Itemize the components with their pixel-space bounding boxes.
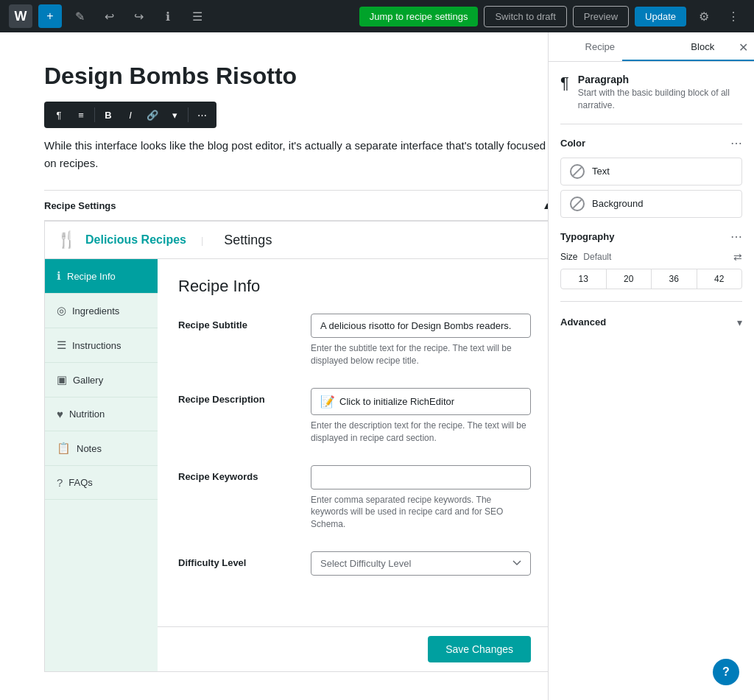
more-options-button[interactable]: ⋮ (722, 4, 745, 28)
color-background-circle (570, 197, 585, 211)
recipe-keywords-input-wrap: Enter comma separated recipe keywords. T… (311, 465, 531, 531)
content-section-title: Recipe Info (178, 277, 531, 296)
instructions-icon: ☰ (57, 339, 66, 352)
plugin-settings-label: Settings (224, 233, 272, 248)
color-more-button[interactable]: ⋯ (730, 136, 742, 150)
right-panel-body: ¶ Paragraph Start with the basic buildin… (549, 62, 754, 343)
color-background-option[interactable]: Background (560, 190, 742, 218)
editor-area: Design Bombs Risotto ¶ ≡ B I 🔗 ▾ ⋯ While… (0, 32, 596, 700)
sidebar-item-label: Recipe Info (67, 271, 116, 282)
preview-button[interactable]: Preview (573, 6, 629, 27)
recipe-keywords-label: Recipe Keywords (178, 465, 296, 482)
difficulty-level-select[interactable]: Select Difficulty Level Easy Medium Hard (311, 551, 531, 576)
advanced-header[interactable]: Advanced ▾ (560, 314, 742, 331)
color-background-slash (573, 199, 582, 208)
recipe-description-hint: Enter the description text for the recip… (311, 420, 531, 445)
typography-header: Typography ⋯ (560, 230, 742, 244)
tab-recipe[interactable]: Recipe (549, 32, 652, 61)
edit-button[interactable]: ✎ (68, 4, 91, 28)
update-button[interactable]: Update (635, 7, 686, 26)
sidebar-item-gallery[interactable]: ▣ Gallery (45, 363, 158, 397)
advanced-title: Advanced (560, 317, 606, 328)
advanced-section: Advanced ▾ (560, 314, 742, 331)
size-label: Size (560, 252, 577, 262)
recipe-description-field: Recipe Description 📝 Click to initialize… (178, 388, 531, 445)
more-button[interactable]: ⋯ (191, 105, 212, 125)
color-text-option[interactable]: Text (560, 158, 742, 185)
plugin-content-wrapper: Recipe Info Recipe Subtitle Enter the su… (158, 259, 552, 671)
italic-button[interactable]: I (120, 105, 141, 125)
info-button[interactable]: ℹ (156, 4, 180, 28)
block-name: Paragraph (578, 74, 742, 85)
recipe-keywords-hint: Enter comma separated recipe keywords. T… (311, 494, 531, 531)
settings-button[interactable]: ⚙ (692, 4, 716, 28)
toolbar-divider (94, 107, 95, 122)
save-changes-button[interactable]: Save Changes (428, 636, 531, 662)
dropdown-button[interactable]: ▾ (164, 105, 185, 125)
color-background-label: Background (592, 198, 643, 209)
plugin-sidebar: ℹ Recipe Info ◎ Ingredients ☰ Instructio… (45, 259, 158, 671)
block-details: Paragraph Start with the basic building … (578, 74, 742, 112)
right-panel-tabs: Recipe Block ✕ (549, 32, 754, 62)
recipe-subtitle-field: Recipe Subtitle Enter the subtitle text … (178, 314, 531, 367)
font-size-13[interactable]: 13 (561, 269, 607, 289)
font-sizes: 13 20 36 42 (560, 269, 742, 289)
wp-logo: W (9, 4, 32, 28)
font-size-20[interactable]: 20 (607, 269, 652, 289)
post-body-text: While this interface looks like the blog… (44, 137, 552, 172)
typography-more-button[interactable]: ⋯ (730, 230, 742, 244)
align-button[interactable]: ≡ (71, 105, 91, 125)
sidebar-item-ingredients[interactable]: ◎ Ingredients (45, 294, 158, 328)
recipe-subtitle-input[interactable] (311, 314, 531, 338)
rich-editor-label: Click to initialize RichEditor (339, 396, 454, 407)
recipe-keywords-input[interactable] (311, 465, 531, 489)
color-text-slash (573, 166, 582, 176)
paragraph-button[interactable]: ¶ (49, 105, 69, 125)
recipe-description-label: Recipe Description (178, 388, 296, 405)
size-row: Size Default ⇄ (560, 251, 742, 263)
font-size-36[interactable]: 36 (652, 269, 697, 289)
redo-button[interactable]: ↪ (127, 4, 150, 28)
help-button[interactable]: ? (713, 659, 739, 685)
color-text-circle (570, 164, 585, 179)
close-panel-button[interactable]: ✕ (739, 40, 748, 54)
sidebar-item-faqs[interactable]: ? FAQs (45, 466, 158, 500)
notes-icon: 📋 (57, 442, 71, 455)
block-info: ¶ Paragraph Start with the basic buildin… (560, 74, 742, 124)
sidebar-item-instructions[interactable]: ☰ Instructions (45, 328, 158, 363)
size-reset-button[interactable]: ⇄ (733, 251, 742, 263)
right-panel: Recipe Block ✕ ¶ Paragraph Start with th… (548, 32, 754, 700)
block-icon: ¶ (560, 74, 569, 112)
link-button[interactable]: 🔗 (142, 105, 163, 125)
block-description: Start with the basic building block of a… (578, 87, 742, 112)
rich-editor-button[interactable]: 📝 Click to initialize RichEditor (311, 388, 531, 415)
undo-button[interactable]: ↩ (97, 4, 121, 28)
typography-section: Typography ⋯ Size Default ⇄ 13 20 36 42 (560, 230, 742, 302)
size-default: Default (583, 252, 727, 262)
list-button[interactable]: ☰ (186, 4, 209, 28)
switch-to-draft-button[interactable]: Switch to draft (484, 6, 566, 27)
difficulty-level-label: Difficulty Level (178, 551, 296, 568)
ingredients-icon: ◎ (57, 304, 66, 317)
post-title[interactable]: Design Bombs Risotto (44, 62, 552, 90)
plugin-body: ℹ Recipe Info ◎ Ingredients ☰ Instructio… (45, 259, 552, 671)
recipe-keywords-field: Recipe Keywords Enter comma separated re… (178, 465, 531, 531)
color-title: Color (560, 138, 585, 149)
recipe-subtitle-input-wrap: Enter the subtitle text for the recipe. … (311, 314, 531, 367)
sidebar-item-label: FAQs (68, 477, 93, 488)
toolbar-divider-2 (188, 107, 188, 122)
add-button[interactable]: + (38, 4, 62, 28)
color-section-header: Color ⋯ (560, 136, 742, 150)
chevron-down-icon: ▾ (737, 317, 742, 328)
faqs-icon: ? (57, 476, 63, 489)
font-size-42[interactable]: 42 (697, 269, 742, 289)
plugin-logo-icon: 🍴 (57, 230, 77, 250)
recipe-settings-header: Recipe Settings ▲ (44, 190, 552, 221)
recipe-subtitle-hint: Enter the subtitle text for the recipe. … (311, 342, 531, 367)
jump-to-recipe-settings-button[interactable]: Jump to recipe settings (359, 7, 479, 26)
sidebar-item-label: Nutrition (69, 409, 105, 420)
bold-button[interactable]: B (98, 105, 119, 125)
sidebar-item-nutrition[interactable]: ♥ Nutrition (45, 397, 158, 431)
sidebar-item-notes[interactable]: 📋 Notes (45, 431, 158, 466)
sidebar-item-recipe-info[interactable]: ℹ Recipe Info (45, 259, 158, 294)
